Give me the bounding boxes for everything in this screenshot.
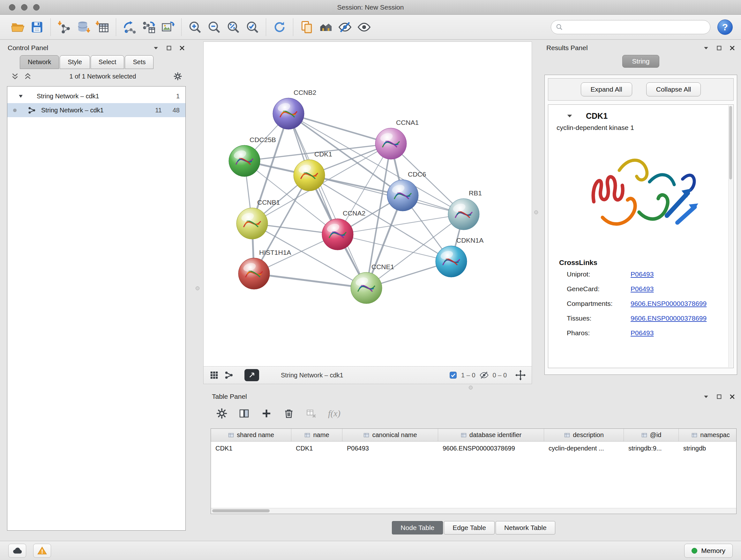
network-node-CDK1[interactable]: CDK1	[293, 150, 332, 191]
table-cell[interactable]: CDK1	[211, 442, 291, 455]
tab-style[interactable]: Style	[60, 55, 90, 69]
columns-button[interactable]	[239, 408, 250, 419]
tab-sets[interactable]: Sets	[125, 55, 153, 69]
collapse-all-button[interactable]: Collapse All	[646, 82, 701, 97]
network-collection-row[interactable]: String Network – cdk1 1	[7, 89, 185, 103]
table-horizontal-scrollbar[interactable]	[211, 508, 736, 514]
warnings-button[interactable]	[33, 544, 51, 558]
panel-close-icon[interactable]	[729, 394, 735, 400]
grid-view-icon[interactable]	[209, 370, 219, 380]
cloud-button[interactable]	[8, 544, 26, 558]
gear-button[interactable]	[216, 408, 227, 419]
panel-close-icon[interactable]	[179, 45, 185, 51]
panel-maximize-icon[interactable]	[166, 45, 172, 51]
new-network-button[interactable]	[120, 17, 139, 37]
zoom-selected-button[interactable]	[243, 17, 262, 37]
table-cell[interactable]: P06493	[342, 442, 438, 455]
panel-maximize-icon[interactable]	[716, 45, 722, 51]
table-cell[interactable]: CDK1	[291, 442, 342, 455]
function-builder-icon[interactable]: f(x)	[328, 408, 340, 419]
expand-all-networks-icon[interactable]	[11, 72, 19, 80]
detach-view-button[interactable]	[245, 369, 259, 381]
new-network-from-table-button[interactable]	[139, 17, 158, 37]
close-window-button[interactable]	[9, 4, 15, 10]
minimize-window-button[interactable]	[21, 4, 27, 10]
expand-all-button[interactable]: Expand All	[581, 82, 632, 97]
open-folder-button[interactable]	[8, 17, 27, 37]
network-node-CDKN1A[interactable]: CDKN1A	[435, 237, 483, 277]
network-node-CDC6[interactable]: CDC6	[387, 171, 426, 211]
crosslink-link[interactable]: P06493	[630, 285, 654, 293]
column-header[interactable]: canonical name	[342, 429, 438, 441]
network-edge-CCNB2-CCNE1[interactable]	[288, 114, 366, 288]
network-node-CCNE1[interactable]: CCNE1	[351, 263, 394, 304]
caret-down-icon[interactable]	[17, 93, 24, 99]
collapse-gene-icon[interactable]	[566, 112, 573, 119]
tab-string[interactable]: String	[622, 55, 660, 68]
import-table-button[interactable]	[93, 17, 112, 37]
tab-node-table[interactable]: Node Table	[392, 521, 443, 535]
crosslink-link[interactable]: 9606.ENSP00000378699	[630, 314, 706, 322]
network-node-HIST1H1A[interactable]: HIST1H1A	[239, 249, 291, 289]
right-splitter-handle[interactable]	[534, 210, 538, 214]
vertical-splitter-handle[interactable]	[196, 287, 199, 290]
table-cell[interactable]: cyclin-dependent ...	[544, 442, 624, 455]
table-cell[interactable]: stringdb	[679, 442, 737, 455]
hidden-eye-icon[interactable]	[479, 370, 489, 380]
panel-menu-icon[interactable]	[153, 45, 159, 51]
collapse-all-networks-icon[interactable]	[23, 72, 32, 80]
network-edge-HIST1H1A-CCNE1[interactable]	[254, 273, 366, 288]
panel-menu-icon[interactable]	[703, 45, 709, 51]
panel-menu-icon[interactable]	[703, 394, 709, 400]
table-cell[interactable]: stringdb:9...	[624, 442, 679, 455]
network-node-CCNB2[interactable]: CCNB2	[273, 89, 316, 129]
tab-edge-table[interactable]: Edge Table	[444, 521, 495, 535]
import-network-database-button[interactable]	[74, 17, 93, 37]
network-edge-CCNB2-CCNA1[interactable]	[288, 114, 391, 144]
tab-network-table[interactable]: Network Table	[495, 521, 555, 535]
home-button[interactable]	[316, 17, 335, 37]
pan-move-icon[interactable]	[515, 370, 526, 381]
column-header[interactable]: description	[544, 429, 624, 441]
results-scrollbar[interactable]	[728, 105, 733, 367]
tab-network[interactable]: Network	[20, 55, 59, 69]
network-row-selected[interactable]: String Network – cdk1 11 48	[7, 103, 185, 117]
birdseye-view-icon[interactable]	[224, 370, 233, 380]
show-eye-button[interactable]	[354, 17, 374, 37]
zoom-in-button[interactable]	[185, 17, 205, 37]
network-canvas[interactable]: CCNB2CCNA1CDC25BCDK1CDC6RB1CCNB1CCNA2CDK…	[204, 42, 532, 366]
zoom-out-button[interactable]	[205, 17, 224, 37]
refresh-layout-button[interactable]	[270, 17, 289, 37]
export-image-button[interactable]	[158, 17, 178, 37]
add-column-button[interactable]	[261, 408, 272, 419]
crosslink-link[interactable]: P06493	[630, 329, 654, 337]
import-network-file-button[interactable]	[55, 17, 74, 37]
maximize-window-button[interactable]	[33, 4, 40, 10]
crosslink-link[interactable]: P06493	[630, 270, 654, 278]
help-button[interactable]: ?	[718, 19, 733, 35]
tab-select[interactable]: Select	[91, 55, 125, 69]
clear-table-button[interactable]	[306, 408, 317, 419]
network-node-CCNA1[interactable]: CCNA1	[375, 119, 419, 159]
delete-column-button[interactable]	[283, 408, 294, 419]
memory-button[interactable]: Memory	[684, 544, 733, 558]
selected-checkbox-icon[interactable]	[449, 371, 457, 379]
save-session-button[interactable]	[27, 17, 47, 37]
hide-eye-button[interactable]	[335, 17, 354, 37]
panel-maximize-icon[interactable]	[716, 394, 722, 400]
column-header[interactable]: name	[291, 429, 342, 441]
column-header[interactable]: database identifier	[438, 429, 544, 441]
column-header[interactable]: shared name	[211, 429, 291, 441]
zoom-fit-button[interactable]	[224, 17, 243, 37]
network-node-CCNB1[interactable]: CCNB1	[237, 199, 280, 239]
column-header[interactable]: namespac	[679, 429, 737, 441]
crosslink-link[interactable]: 9606.ENSP00000378699	[630, 300, 706, 307]
search-input[interactable]	[566, 23, 705, 30]
table-cell[interactable]: 9606.ENSP00000378699	[438, 442, 544, 455]
copy-document-button[interactable]	[297, 17, 316, 37]
horizontal-splitter-handle[interactable]	[469, 386, 473, 389]
network-edge-CDK1-RB1[interactable]	[309, 175, 464, 214]
network-node-RB1[interactable]: RB1	[448, 189, 482, 230]
panel-close-icon[interactable]	[729, 45, 735, 51]
network-options-gear-icon[interactable]	[174, 72, 182, 80]
